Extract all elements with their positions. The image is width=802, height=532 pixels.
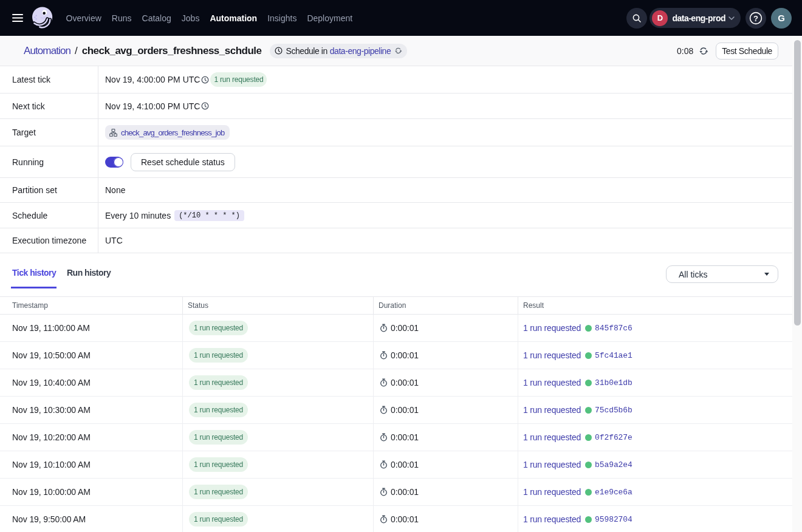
svg-text:?: ? [753, 13, 758, 22]
